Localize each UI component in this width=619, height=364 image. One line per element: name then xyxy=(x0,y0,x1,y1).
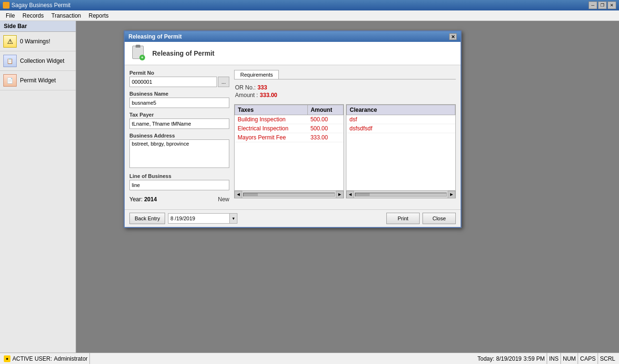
close-dialog-button[interactable]: Close xyxy=(422,213,456,224)
or-no-row: OR No.: 333 xyxy=(235,84,455,91)
collection-label: Collection Widget xyxy=(20,58,64,64)
business-name-group: Business Name xyxy=(129,91,229,108)
date-dropdown-arrow[interactable]: ▼ xyxy=(230,213,237,224)
title-bar: Sagay Business Permit ─ ❐ ✕ xyxy=(0,0,619,10)
clearance-scroll-left[interactable]: ◀ xyxy=(346,191,354,198)
or-info: OR No.: 333 Amount : 333.00 xyxy=(234,82,456,101)
title-bar-controls[interactable]: ─ ❐ ✕ xyxy=(589,1,616,9)
menu-reports[interactable]: Reports xyxy=(85,11,112,20)
tax-payer-group: Tax Payer xyxy=(129,112,229,129)
close-button[interactable]: ✕ xyxy=(608,1,616,9)
warning-icon-box: ⚠ xyxy=(3,35,17,48)
date-section: Today: 8/19/2019 3:59 PM xyxy=(476,353,547,364)
table-row: Mayors Permit Fee333.00 xyxy=(235,133,344,142)
tab-requirements[interactable]: Requirements xyxy=(234,70,279,79)
year-line: Year: 2014 New xyxy=(129,194,229,205)
clearance-scroll-area[interactable]: Clearance dsfdsfsdfsdf xyxy=(346,105,455,190)
sidebar-warnings-widget[interactable]: ⚠ 0 Warnings! xyxy=(0,32,76,51)
footer-left: Back Entry 8 /19/2019 ▼ xyxy=(129,213,237,224)
business-name-input[interactable] xyxy=(129,98,229,108)
business-address-textarea[interactable]: bstreet, bbrgy, bprovince xyxy=(129,139,229,168)
today-label: Today: xyxy=(478,355,494,362)
clearance-cell: dsf xyxy=(347,115,455,124)
tables-container: Taxes Amount Building Inspection500.00El… xyxy=(234,104,456,198)
tax-cell: Building Inspection xyxy=(235,115,308,124)
today-value: 8/19/2019 xyxy=(496,355,521,362)
amount-cell: 500.00 xyxy=(307,124,343,133)
menu-transaction[interactable]: Transaction xyxy=(48,11,85,20)
date-dropdown[interactable]: 8 /19/2019 xyxy=(168,213,230,224)
status-badge: New xyxy=(218,196,229,203)
dialog-body: Permit No ... Business Name Tax Payer xyxy=(125,65,461,209)
dialog-header-title: Releasing of Permit xyxy=(152,49,215,57)
taxes-hscroll[interactable]: ◀ ▶ xyxy=(235,190,344,198)
tax-payer-input[interactable] xyxy=(129,118,229,129)
clearance-scroll-right[interactable]: ▶ xyxy=(448,191,455,198)
ins-section: INS xyxy=(547,353,561,364)
ins-indicator: INS xyxy=(549,355,559,362)
amount-cell: 333.00 xyxy=(307,133,343,142)
clipboard-green-badge: + xyxy=(139,55,145,60)
amount-label: Amount : xyxy=(235,92,258,98)
or-no-value: 333 xyxy=(257,84,267,91)
taxes-col-header: Taxes xyxy=(235,105,308,115)
amount-col-header: Amount xyxy=(307,105,343,115)
table-row: dsfsdfsdf xyxy=(347,124,455,133)
date-select-wrapper: 8 /19/2019 ▼ xyxy=(168,213,237,224)
taxes-scroll-right[interactable]: ▶ xyxy=(336,191,344,198)
permit-no-input[interactable] xyxy=(129,77,217,87)
right-panel: Requirements OR No.: 333 Amount : 333.00 xyxy=(234,70,456,205)
clipboard-icon: + xyxy=(132,46,144,59)
caps-section: CAPS xyxy=(578,353,598,364)
browse-button[interactable]: ... xyxy=(218,77,229,87)
menu-records[interactable]: Records xyxy=(19,11,48,20)
taxes-scroll-area[interactable]: Taxes Amount Building Inspection500.00El… xyxy=(235,105,344,190)
permit-icon-box: 📄 xyxy=(3,74,17,87)
print-button[interactable]: Print xyxy=(386,213,420,224)
footer-right: Print Close xyxy=(386,213,456,224)
num-section: NUM xyxy=(561,353,578,364)
status-indicator-icon: ● xyxy=(4,355,10,362)
dialog-close-icon[interactable]: ✕ xyxy=(449,33,457,40)
sidebar-permit-widget[interactable]: 📄 Permit Widget xyxy=(0,71,76,90)
scrl-section: SCRL xyxy=(598,353,617,364)
content-area: Releasing of Permit ✕ + Releasing of Per… xyxy=(76,21,619,353)
line-of-business-input[interactable] xyxy=(129,180,229,190)
table-row: dsf xyxy=(347,115,455,124)
menu-bar: File Records Transaction Reports xyxy=(0,10,619,21)
dialog-footer: Back Entry 8 /19/2019 ▼ Print Close xyxy=(125,209,461,227)
business-address-label: Business Address xyxy=(129,133,229,138)
taxes-table: Taxes Amount Building Inspection500.00El… xyxy=(235,105,344,142)
taxes-scroll-left[interactable]: ◀ xyxy=(235,191,242,198)
line-of-business-label: Line of Business xyxy=(129,173,229,179)
sidebar-collection-widget[interactable]: 📋 Collection Widget xyxy=(0,51,76,71)
table-row: Electrical Inspection500.00 xyxy=(235,124,344,133)
dialog-header-icon: + xyxy=(132,46,147,61)
clearance-scroll-track[interactable] xyxy=(355,193,447,197)
taxes-scroll-track[interactable] xyxy=(243,193,335,197)
releasing-permit-dialog: Releasing of Permit ✕ + Releasing of Per… xyxy=(124,30,462,228)
amount-row: Amount : 333.00 xyxy=(235,92,455,98)
permit-no-label: Permit No xyxy=(129,70,229,76)
scrl-indicator: SCRL xyxy=(600,355,615,362)
permit-label: Permit Widget xyxy=(20,77,56,84)
taxes-scroll-thumb[interactable] xyxy=(244,193,258,196)
clearance-hscroll[interactable]: ◀ ▶ xyxy=(346,190,455,198)
minimize-button[interactable]: ─ xyxy=(589,1,597,9)
tax-cell: Mayors Permit Fee xyxy=(235,133,308,142)
dialog-header: + Releasing of Permit xyxy=(125,42,461,65)
window-title: Sagay Business Permit xyxy=(11,2,70,9)
warnings-label: 0 Warnings! xyxy=(20,38,50,45)
clearance-cell: dsfsdfsdf xyxy=(347,124,455,133)
permit-no-group: Permit No ... xyxy=(129,70,229,87)
clearance-table-wrapper: Clearance dsfdsfsdfsdf ◀ xyxy=(346,104,456,198)
back-entry-button[interactable]: Back Entry xyxy=(129,213,165,224)
menu-file[interactable]: File xyxy=(2,11,19,20)
amount-value: 333.00 xyxy=(260,92,277,98)
caps-indicator: CAPS xyxy=(580,355,596,362)
clearance-scroll-thumb[interactable] xyxy=(355,193,370,196)
dialog-title: Releasing of Permit xyxy=(128,33,182,40)
clearance-table: Clearance dsfdsfsdfsdf xyxy=(346,105,455,133)
restore-button[interactable]: ❐ xyxy=(598,1,607,9)
amount-cell: 500.00 xyxy=(307,115,343,124)
